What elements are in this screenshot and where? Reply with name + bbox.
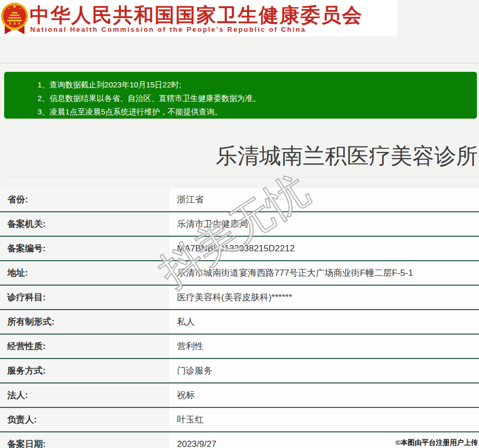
field-value: 浙江省 xyxy=(169,188,479,211)
table-row: 所有制形式: 私人 xyxy=(0,310,479,335)
field-label: 所有制形式: xyxy=(0,310,169,334)
field-label: 负责人: xyxy=(0,408,169,431)
field-label: 省份: xyxy=(0,188,169,211)
title-divider xyxy=(6,177,479,177)
notice-line: 2、信息数据结果以各省、自治区、直辖市卫生健康委数据为准。 xyxy=(37,92,472,105)
site-title-chinese: 中华人民共和国国家卫生健康委员会 xyxy=(30,2,363,29)
field-value: 医疗美容科(美容皮肤科)****** xyxy=(169,286,479,309)
field-label: 备案机关: xyxy=(0,212,169,236)
field-value: MA7BNBUJ133038215D2212 xyxy=(169,237,479,260)
registration-info-table: 省份: 浙江省 备案机关: 乐清市卫生健康局 备案编号: MA7BNBUJ133… xyxy=(0,188,479,448)
field-value: 私人 xyxy=(169,310,479,334)
field-label: 诊疗科目: xyxy=(0,286,169,309)
notice-line: 3、凌晨1点至凌晨5点系统进行维护，不能提供查询。 xyxy=(37,105,472,119)
notice-line: 1、查询数据截止到2023年10月15日22时; xyxy=(37,78,472,92)
field-value: 乐清市城南街道宴海西路777号正大广场商业街F幢二层F-5-1 xyxy=(169,261,479,285)
site-header: 中华人民共和国国家卫生健康委员会 National Health Commiss… xyxy=(0,0,397,36)
field-value: 祝标 xyxy=(169,383,479,407)
table-row: 地址: 乐清市城南街道宴海西路777号正大广场商业街F幢二层F-5-1 xyxy=(0,261,479,286)
field-label: 备案编号: xyxy=(0,237,169,260)
table-row: 备案编号: MA7BNBUJ133038215D2212 xyxy=(0,237,479,261)
copyright-watermark: ©本图由平台注册用户上传 xyxy=(396,438,478,447)
table-row: 法人: 祝标 xyxy=(0,383,479,408)
field-label: 服务方式: xyxy=(0,359,169,382)
table-row: 备案机关: 乐清市卫生健康局 xyxy=(0,212,479,237)
field-label: 备案日期: xyxy=(0,432,169,448)
table-row: 省份: 浙江省 xyxy=(0,188,479,212)
institution-name-title: 乐清城南兰积医疗美容诊所 xyxy=(216,142,478,171)
field-label: 法人: xyxy=(0,383,169,407)
table-row: 经营性质: 营利性 xyxy=(0,335,479,359)
header-divider xyxy=(0,63,479,63)
table-row: 诊疗科目: 医疗美容科(美容皮肤科)****** xyxy=(0,286,479,310)
field-value: 营利性 xyxy=(169,335,479,358)
notice-banner: 1、查询数据截止到2023年10月15日22时; 2、信息数据结果以各省、自治区… xyxy=(4,72,477,119)
site-title-english: National Health Commission of the People… xyxy=(30,25,306,33)
table-row: 负责人: 叶玉红 xyxy=(0,408,479,432)
field-value: 叶玉红 xyxy=(169,408,479,431)
field-label: 经营性质: xyxy=(0,335,169,358)
field-label: 地址: xyxy=(0,261,169,285)
national-emblem-icon xyxy=(1,0,29,36)
table-row: 服务方式: 门诊服务 xyxy=(0,359,479,383)
field-value: 门诊服务 xyxy=(169,359,479,382)
field-value: 乐清市卫生健康局 xyxy=(169,212,479,236)
